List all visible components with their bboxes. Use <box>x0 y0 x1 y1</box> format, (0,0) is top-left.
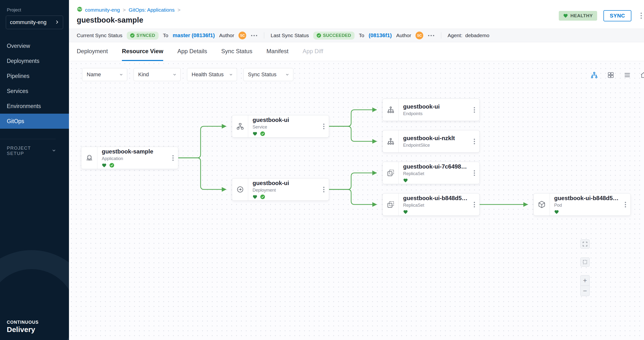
sidebar-item-services[interactable]: Services <box>0 84 69 98</box>
box-select-icon[interactable] <box>580 258 590 267</box>
fullscreen-icon[interactable] <box>580 240 590 249</box>
sidebar-item-pipelines[interactable]: Pipelines <box>0 68 69 84</box>
node-kind: ReplicaSet <box>403 203 468 208</box>
sync-more-actions-icon[interactable] <box>428 34 435 38</box>
sidebar-item-overview[interactable]: Overview <box>0 38 69 54</box>
node-pod-guestbook-ui-b848d5d9[interactable]: guestbook-ui-b848d5d9… Pod <box>534 193 631 216</box>
node-menu-icon[interactable] <box>318 124 329 129</box>
author-avatar: SC <box>238 32 246 39</box>
last-target-revision-link[interactable]: (08136f1) <box>368 32 392 38</box>
node-endpointslice-guestbook-ui-nzklt[interactable]: guestbook-ui-nzklt EndpointSlice <box>382 130 480 152</box>
tab-app-details[interactable]: App Details <box>177 42 207 61</box>
tab-app-diff: App Diff <box>302 42 323 61</box>
sidebar-item-gitops[interactable]: GitOps <box>0 114 69 129</box>
divider <box>264 32 264 38</box>
tab-deployment[interactable]: Deployment <box>77 42 108 61</box>
replicaset-icon <box>383 162 399 184</box>
node-title: guestbook-ui <box>252 116 317 123</box>
sidebar-item-label: Overview <box>7 43 30 49</box>
zoom-out-button[interactable]: − <box>580 286 589 296</box>
node-kind: Service <box>252 124 317 130</box>
synced-badge-label: SYNCED <box>136 33 155 38</box>
author-label: Author <box>219 32 234 38</box>
heart-icon <box>563 13 568 18</box>
endpointslice-icon <box>383 130 399 152</box>
healthy-heart-icon <box>554 210 559 214</box>
pod-icon <box>534 194 550 216</box>
brand-logo-text: CONTINUOUS Delivery <box>7 320 38 334</box>
node-application-guestbook-sample[interactable]: guestbook-sample Application <box>81 147 178 169</box>
healthy-heart-icon <box>252 194 258 200</box>
to-label: To <box>359 32 364 38</box>
project-selector[interactable]: community-eng <box>6 16 63 29</box>
breadcrumb-applications-link[interactable]: GitOps: Applications <box>129 7 174 13</box>
agent-label: Agent: <box>448 32 462 38</box>
tab-resource-view[interactable]: Resource View <box>122 42 163 61</box>
tab-manifest[interactable]: Manifest <box>266 42 288 61</box>
node-menu-icon[interactable] <box>469 139 479 144</box>
page-header: community-eng > GitOps: Applications > g… <box>69 0 644 29</box>
resource-tree-canvas[interactable]: Name Kind Health Status Sync Status <box>69 61 644 340</box>
node-title: guestbook-sample <box>102 148 166 155</box>
node-title: guestbook-ui-b848d5d9d <box>403 195 468 202</box>
node-kind: EndpointSlice <box>403 143 468 148</box>
sidebar-item-deployments[interactable]: Deployments <box>0 54 69 68</box>
node-kind: Endpoints <box>403 111 468 116</box>
chevron-down-icon <box>52 148 56 154</box>
synced-badge: SYNCED <box>127 32 158 40</box>
node-deployment-guestbook-ui[interactable]: guestbook-ui Deployment <box>232 178 329 200</box>
breadcrumb: community-eng > GitOps: Applications > <box>69 0 644 13</box>
node-menu-icon[interactable] <box>469 107 479 113</box>
sync-button[interactable]: SYNC <box>604 10 631 21</box>
node-replicaset-guestbook-ui-7c64987dc9[interactable]: guestbook-ui-7c64987dc9 ReplicaSet <box>382 162 480 184</box>
sidebar-item-label: Environments <box>7 103 41 110</box>
node-replicaset-guestbook-ui-b848d5d9d[interactable]: guestbook-ui-b848d5d9d ReplicaSet <box>382 193 480 216</box>
succeeded-badge: SUCCEEDED <box>313 32 354 40</box>
page-title: guestbook-sample <box>69 13 644 24</box>
node-menu-icon[interactable] <box>469 202 479 208</box>
breadcrumb-separator: > <box>177 7 181 13</box>
node-kind: ReplicaSet <box>403 171 468 176</box>
succeeded-badge-label: SUCCEEDED <box>323 33 351 38</box>
node-service-guestbook-ui[interactable]: guestbook-ui Service <box>232 115 329 138</box>
header-more-options-icon[interactable] <box>639 13 644 19</box>
sidebar-item-label: Services <box>7 88 28 94</box>
node-title: guestbook-ui-nzklt <box>403 135 468 142</box>
service-icon <box>232 115 248 137</box>
application-icon <box>81 147 98 169</box>
sidebar-nav: Overview Deployments Pipelines Services … <box>0 38 69 129</box>
replicaset-icon <box>383 194 399 216</box>
node-kind: Deployment <box>252 188 317 193</box>
zoom-in-button[interactable]: + <box>580 276 589 286</box>
project-setup-toggle[interactable]: PROJECT SETUP <box>0 139 56 156</box>
node-menu-icon[interactable] <box>318 187 329 192</box>
divider <box>441 32 441 38</box>
breadcrumb-separator: > <box>122 7 126 13</box>
node-menu-icon[interactable] <box>620 202 630 208</box>
breadcrumb-project-link[interactable]: community-eng <box>85 7 120 13</box>
brand-line1: CONTINUOUS <box>7 320 38 325</box>
current-target-revision-link[interactable]: master (08136f1) <box>173 32 215 38</box>
author-avatar: SC <box>416 32 423 39</box>
check-circle-icon <box>317 33 321 38</box>
deployment-icon <box>232 178 248 200</box>
sidebar-item-environments[interactable]: Environments <box>0 98 69 114</box>
sidebar-item-label: GitOps <box>7 118 24 124</box>
node-menu-icon[interactable] <box>168 155 178 161</box>
sync-more-actions-icon[interactable] <box>250 34 258 38</box>
health-status-badge: HEALTHY <box>559 11 597 21</box>
healthy-heart-icon <box>403 178 408 183</box>
health-badge-label: HEALTHY <box>570 13 593 18</box>
node-endpoints-guestbook-ui[interactable]: guestbook-ui Endpoints <box>382 98 480 121</box>
sidebar-item-label: Deployments <box>7 58 39 64</box>
node-menu-icon[interactable] <box>469 170 479 176</box>
healthy-heart-icon <box>403 210 408 214</box>
to-label: To <box>163 32 168 38</box>
app-tabs: Deployment Resource View App Details Syn… <box>69 42 644 61</box>
agent-value: debademo <box>465 32 489 38</box>
last-sync-status-label: Last Sync Status <box>270 32 309 38</box>
synced-check-icon <box>260 194 265 199</box>
tab-sync-status[interactable]: Sync Status <box>221 42 252 61</box>
node-kind: Application <box>102 156 166 161</box>
project-selector-value: community-eng <box>10 19 46 26</box>
